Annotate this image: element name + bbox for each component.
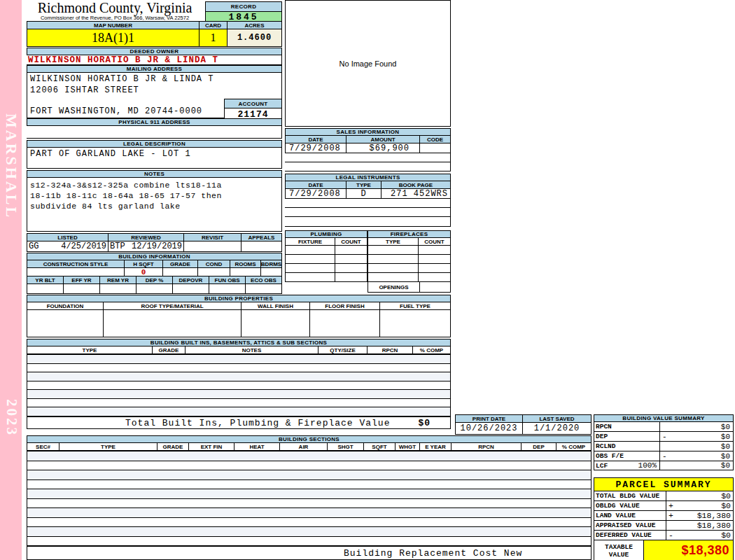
sales-row: 7/29/2008 $69,900 — [285, 144, 451, 153]
empty-row — [27, 527, 592, 537]
property-record-card: MARSHALL 2023 Richmond County, Virginia … — [0, 0, 735, 560]
revisit-value — [184, 241, 241, 252]
vendor-watermark: MARSHALL — [2, 113, 20, 219]
depovr-label: DEPOVR — [173, 276, 209, 284]
sales-empty-row — [285, 162, 451, 172]
parcel-row-value: $18,380 — [697, 521, 733, 530]
hsqft-label: H SQFT — [125, 260, 163, 268]
sales-code-value — [420, 144, 451, 153]
building-info-header-row-1: CONSTRUCTION STYLE H SQFT GRADE COND ROO… — [27, 260, 282, 268]
builtin-grade-label: GRADE — [153, 346, 186, 354]
photo-placeholder: No Image Found — [285, 0, 451, 127]
instruments-header-row: DATE TYPE BOOK PAGE — [285, 181, 451, 189]
parcel-row: DEFERRED VALUE -$0 — [594, 531, 734, 540]
parcel-row-label: OBLDG VALUE — [594, 501, 666, 511]
plumbing-header-row: FIXTURE COUNT — [285, 238, 368, 246]
parcel-row-label: LAND VALUE — [594, 511, 666, 521]
built-ins-label: BUILDING BUILT INS, BASEMENTS, ATTICS & … — [27, 339, 451, 346]
review-header-row: LISTED REVIEWED REVISIT APPEALS — [27, 233, 282, 241]
air-label: AIR — [280, 443, 328, 451]
revisit-label: REVISIT — [184, 233, 241, 241]
review-value-row: GG4/25/2019 BTP12/19/2019 — [27, 241, 282, 252]
instrument-type-value: D — [346, 189, 382, 199]
fireplaces-empty-row — [368, 246, 451, 255]
appeals-label: APPEALS — [241, 233, 282, 241]
acres-label: ACRES — [227, 21, 282, 29]
fixture-count-label: COUNT — [335, 238, 368, 246]
appeals-value — [241, 241, 282, 252]
heat-label: HEAT — [234, 443, 280, 451]
building-properties-label: BUILDING PROPERTIES — [27, 295, 451, 302]
wall-finish-label: WALL FINISH — [241, 302, 310, 310]
parcel-row-label: DEFERRED VALUE — [594, 531, 666, 540]
effyr-label: EFF YR — [64, 276, 100, 284]
empty-row — [27, 508, 592, 518]
bvs-row-label: LCF — [596, 462, 608, 470]
notes-line-3: subdivide 84 lts garland lake — [30, 201, 281, 211]
openings-value — [420, 282, 451, 293]
section-type-label: TYPE — [59, 443, 158, 451]
mailing-line-1: WILKINSON HORATIO B JR & LINDA T — [30, 74, 281, 84]
empty-row — [27, 470, 592, 480]
grade-value — [163, 268, 198, 276]
eyear-label: E YEAR — [420, 443, 451, 451]
reviewed-label: REVIEWED — [108, 233, 184, 241]
map-header-row: MAP NUMBER CARD ACRES — [27, 21, 282, 29]
notes-line-1: s12-324a-3&s12-325a combine lts18-11a — [30, 180, 281, 190]
built-ins-total-row: Total Built Ins, Plumbing & Fireplace Va… — [27, 416, 451, 429]
instrument-empty-row — [285, 217, 451, 227]
empty-row — [27, 499, 592, 509]
bvs-row-label: OBS F/E — [594, 451, 660, 461]
funobs-label: FUN OBS — [209, 276, 246, 284]
reviewed-by: BTP — [110, 241, 125, 251]
extfin-label: EXT FIN — [189, 443, 234, 451]
print-header-row: PRINT DATE LAST SAVED — [455, 414, 592, 423]
sales-date-value: 7/29/2008 — [285, 144, 346, 153]
section-dep-label: DEP — [522, 443, 556, 451]
effyr-value — [64, 284, 100, 294]
empty-row — [27, 390, 451, 399]
builtin-comp-label: % COMP — [413, 346, 451, 354]
bvs-lcf-pct: 100% — [638, 461, 659, 470]
builtin-type-label: TYPE — [27, 346, 153, 354]
parcel-row-label: APPRAISED VALUE — [594, 521, 666, 531]
instrument-empty-row — [285, 199, 451, 208]
building-value-summary-table: RPCN $0 DEP -$0 RCLND $0 OBS F/E -$0 LCF… — [594, 422, 734, 470]
builtin-qty-label: QTY/SIZE — [318, 346, 368, 354]
notes-label: NOTES — [27, 170, 282, 178]
building-info-header-row-2: YR BLT EFF YR REM YR DEP % DEPOVR FUN OB… — [27, 276, 282, 284]
fireplace-count-label: COUNT — [419, 238, 451, 246]
construction-style-value — [27, 268, 125, 276]
ecoobs-label: ECO OBS — [246, 276, 282, 284]
deppct-value — [136, 284, 173, 294]
notes-box: s12-324a-3&s12-325a combine lts18-11a 18… — [27, 178, 282, 232]
plumbing-empty-row — [285, 264, 368, 273]
map-number-label: MAP NUMBER — [27, 21, 200, 29]
legal-description-value: PART OF GARLAND LAKE - LOT 1 — [27, 148, 282, 169]
foundation-label: FOUNDATION — [27, 302, 104, 310]
account-box: ACCOUNT 21174 — [224, 99, 282, 120]
deppct-label: DEP % — [136, 276, 173, 284]
acres-value: 1.4600 — [227, 29, 282, 47]
empty-row — [27, 364, 451, 373]
empty-row — [27, 480, 592, 490]
built-ins-header-row: TYPE GRADE NOTES QTY/SIZE RPCN % COMP — [27, 346, 451, 354]
remyr-label: REM YR — [100, 276, 136, 284]
sales-amount-label: AMOUNT — [346, 136, 420, 144]
legal-instruments-label: LEGAL INSTRUMENTS — [285, 174, 451, 181]
section-comp-label: % COMP — [556, 443, 592, 451]
floor-finish-label: FLOOR FINISH — [310, 302, 380, 310]
taxable-value-row: TAXABLE VALUE $18,380 — [594, 540, 734, 560]
bdrms-value — [261, 268, 282, 276]
parcel-op: + — [666, 511, 673, 520]
parcel-op: - — [666, 531, 673, 540]
empty-row — [27, 489, 592, 499]
fuel-type-value — [380, 310, 451, 337]
parcel-summary: PARCEL SUMMARY TOTAL BLDG VALUE $0 OBLDG… — [594, 477, 734, 560]
empty-row — [27, 451, 592, 461]
instrument-type-label: TYPE — [346, 181, 382, 189]
physical-address-label: PHYSICAL 911 ADDRESS — [27, 118, 282, 126]
fireplace-type-label: TYPE — [368, 238, 419, 246]
whgt-label: WHGT — [396, 443, 420, 451]
fireplaces-empty-row — [368, 273, 451, 282]
